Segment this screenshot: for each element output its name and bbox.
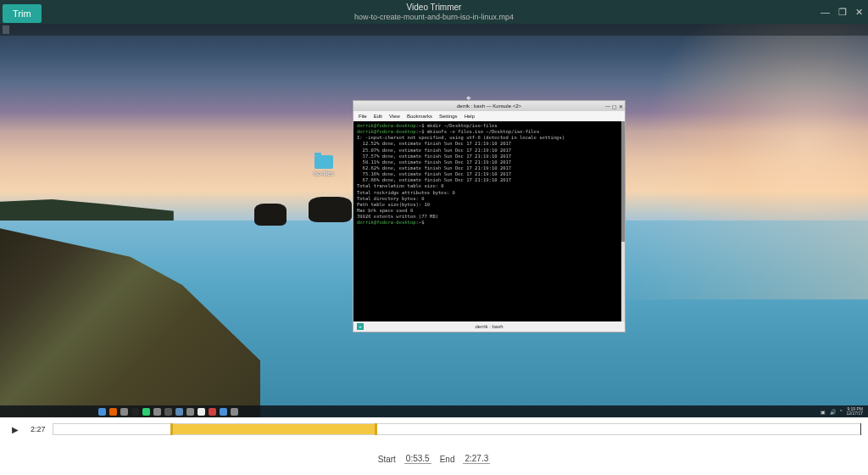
terminal-statusbar: + derrik : bash (353, 321, 625, 332)
settings-icon (175, 408, 183, 416)
steam-icon (164, 408, 172, 416)
titlebar: Trim Video Trimmer how-to-create-mount-a… (0, 0, 868, 24)
util-icon (220, 408, 227, 416)
term-maximize-icon: ▢ (612, 103, 617, 109)
current-time: 2:27 (31, 425, 46, 433)
panel-handle-icon (3, 25, 9, 34)
tray-up-icon: ▣ (821, 409, 826, 415)
terminal-menu-item: Settings (439, 114, 458, 119)
controls-panel: ▶ 2:27 Start 0:53.5 End 2:27.3 (0, 417, 868, 475)
playhead[interactable] (860, 423, 861, 435)
minimize-icon[interactable]: — (821, 7, 830, 18)
desktop-top-panel (0, 24, 868, 36)
konsole-icon (198, 408, 205, 416)
selection-start-handle[interactable] (170, 423, 173, 435)
firefox-icon (109, 408, 117, 416)
folder-icon (314, 155, 333, 169)
files-icon (120, 408, 128, 416)
start-label: Start (378, 455, 396, 464)
desktop-taskbar: ▣ 🔊 ^ 9:19 PM 12/17/17 (0, 405, 868, 417)
app-menu-icon (98, 408, 106, 416)
play-button[interactable]: ▶ (7, 421, 24, 438)
terminal-menu-item: Bookmarks (407, 114, 432, 119)
editor-icon (186, 408, 194, 416)
record-icon (209, 408, 216, 416)
terminal-menubar: FileEditViewBookmarksSettingsHelp (353, 111, 625, 121)
trim-button[interactable]: Trim (3, 4, 42, 23)
music-icon (153, 408, 161, 416)
timeline[interactable] (53, 423, 861, 435)
terminal-titlebar: derrik : bash — Konsole <2> — ▢ ✕ (353, 101, 625, 111)
term-minimize-icon: — (605, 103, 610, 109)
end-value[interactable]: 2:27.3 (463, 454, 490, 464)
app-title: Video Trimmer (354, 3, 514, 13)
window-title: Video Trimmer how-to-create-mount-and-bu… (354, 3, 514, 22)
video-preview: ⌖ iso-files derrik : bash — Konsole <2> … (0, 24, 868, 417)
terminal-icon (131, 408, 139, 416)
term-close-icon: ✕ (619, 103, 623, 109)
terminal-menu-item: File (359, 114, 367, 119)
terminal-new-tab-icon: + (357, 323, 364, 330)
maximize-icon[interactable]: ❐ (838, 7, 847, 18)
terminal-window: derrik : bash — Konsole <2> — ▢ ✕ FileEd… (353, 100, 626, 332)
folder-label: iso-files (314, 170, 334, 176)
terminal-menu-item: Help (465, 114, 475, 119)
terminal-footer-text: derrik : bash (475, 324, 503, 329)
clock-date: 12/17/17 (847, 411, 863, 416)
file-name: how-to-create-mount-and-burn-iso-in-linu… (354, 13, 514, 22)
terminal-menu-item: Edit (374, 114, 382, 119)
tray-volume-icon: 🔊 (830, 409, 836, 415)
tray-up-arrow-icon: ^ (840, 409, 843, 414)
terminal-title-text: derrik : bash — Konsole <2> (457, 103, 521, 109)
terminal-menu-item: View (389, 114, 400, 119)
timeline-selection[interactable] (170, 424, 375, 434)
terminal-output: derrik@fedora-desktop:~$ mkdir ~/Desktop… (353, 121, 625, 321)
start-value[interactable]: 0:53.5 (404, 454, 431, 464)
chat-icon (142, 408, 150, 416)
terminal-scrollbar (621, 121, 625, 321)
desktop-folder: iso-files (314, 155, 334, 176)
tool-icon (231, 408, 238, 416)
selection-end-handle[interactable] (375, 423, 377, 435)
taskbar-clock: 9:19 PM 12/17/17 (847, 407, 863, 416)
close-icon[interactable]: ✕ (855, 7, 863, 18)
end-label: End (440, 455, 455, 464)
